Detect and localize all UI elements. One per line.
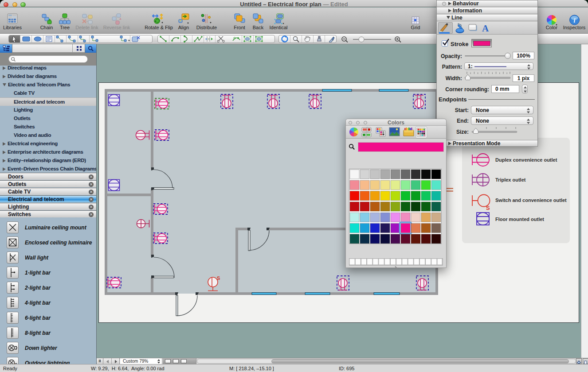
svg-text:S: S xyxy=(217,275,220,281)
svg-text:A: A xyxy=(482,23,489,34)
svg-text:i: i xyxy=(574,17,576,24)
svg-text:S: S xyxy=(486,205,490,211)
